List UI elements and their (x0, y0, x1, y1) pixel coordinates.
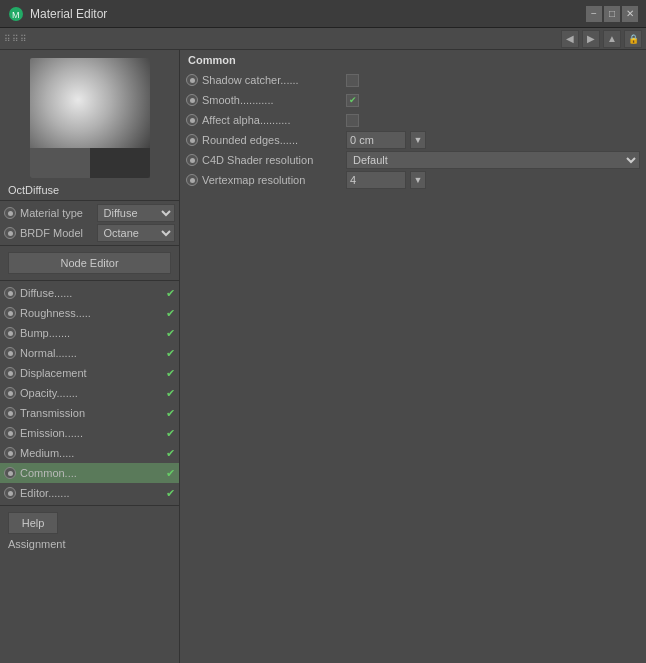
channel-label-6: Transmission (20, 407, 162, 419)
channel-label-9: Common.... (20, 467, 162, 479)
channel-row-diffuse[interactable]: Diffuse......✔ (0, 283, 179, 303)
common-row-affect_alpha: Affect alpha.......... (180, 110, 646, 130)
common-row-shadow_catcher: Shadow catcher...... (180, 70, 646, 90)
channel-label-5: Opacity....... (20, 387, 162, 399)
titlebar: M Material Editor − □ ✕ (0, 0, 646, 28)
common-label-smooth: Smooth........... (202, 94, 342, 106)
channel-radio-1[interactable] (4, 307, 16, 319)
channel-check-1: ✔ (166, 307, 175, 320)
common-input-rounded_edges[interactable] (346, 131, 406, 149)
channel-row-normal[interactable]: Normal.......✔ (0, 343, 179, 363)
brdf-model-radio[interactable] (4, 227, 16, 239)
common-radio-c4d_shader_res[interactable] (186, 154, 198, 166)
node-editor-button[interactable]: Node Editor (8, 252, 171, 274)
spinner-rounded_edges[interactable]: ▼ (410, 131, 426, 149)
common-input-vertexmap_res[interactable] (346, 171, 406, 189)
divider-1 (0, 200, 179, 201)
channel-label-7: Emission...... (20, 427, 162, 439)
channel-check-3: ✔ (166, 347, 175, 360)
left-panel: OctDiffuse Material type Diffuse BRDF Mo… (0, 50, 180, 663)
divider-4 (0, 505, 179, 506)
brdf-model-select[interactable]: Octane (97, 224, 176, 242)
channel-check-6: ✔ (166, 407, 175, 420)
channel-row-opacity[interactable]: Opacity.......✔ (0, 383, 179, 403)
divider-3 (0, 280, 179, 281)
channel-row-common[interactable]: Common....✔ (0, 463, 179, 483)
window-controls: − □ ✕ (586, 6, 638, 22)
channel-radio-10[interactable] (4, 487, 16, 499)
common-rows: Shadow catcher......Smooth...........Aff… (180, 70, 646, 190)
common-radio-vertexmap_res[interactable] (186, 174, 198, 186)
toolbar-arrow-right[interactable]: ▶ (582, 30, 600, 48)
channel-radio-6[interactable] (4, 407, 16, 419)
common-row-c4d_shader_res: C4D Shader resolutionDefault72 dpi150 dp… (180, 150, 646, 170)
common-radio-rounded_edges[interactable] (186, 134, 198, 146)
common-label-c4d_shader_res: C4D Shader resolution (202, 154, 342, 166)
common-dropdown-c4d_shader_res[interactable]: Default72 dpi150 dpi300 dpi (346, 151, 640, 169)
material-type-row: Material type Diffuse (0, 203, 179, 223)
common-label-affect_alpha: Affect alpha.......... (202, 114, 342, 126)
channel-label-4: Displacement (20, 367, 162, 379)
channel-row-roughness[interactable]: Roughness.....✔ (0, 303, 179, 323)
channel-label-8: Medium..... (20, 447, 162, 459)
common-row-smooth: Smooth........... (180, 90, 646, 110)
channel-radio-5[interactable] (4, 387, 16, 399)
toolbar-lock[interactable]: 🔒 (624, 30, 642, 48)
channel-radio-9[interactable] (4, 467, 16, 479)
channel-check-5: ✔ (166, 387, 175, 400)
common-row-rounded_edges: Rounded edges......▼ (180, 130, 646, 150)
svg-text:M: M (12, 10, 20, 20)
channel-check-9: ✔ (166, 467, 175, 480)
common-radio-smooth[interactable] (186, 94, 198, 106)
channel-check-4: ✔ (166, 367, 175, 380)
help-button[interactable]: Help (8, 512, 58, 534)
common-section-header: Common (180, 50, 646, 70)
channel-radio-2[interactable] (4, 327, 16, 339)
channel-radio-3[interactable] (4, 347, 16, 359)
material-type-label: Material type (20, 207, 93, 219)
common-label-rounded_edges: Rounded edges...... (202, 134, 342, 146)
main-layout: OctDiffuse Material type Diffuse BRDF Mo… (0, 50, 646, 663)
material-type-radio[interactable] (4, 207, 16, 219)
channel-check-2: ✔ (166, 327, 175, 340)
toolbar-up[interactable]: ▲ (603, 30, 621, 48)
brdf-model-label: BRDF Model (20, 227, 93, 239)
channel-radio-4[interactable] (4, 367, 16, 379)
channel-row-displacement[interactable]: Displacement✔ (0, 363, 179, 383)
divider-2 (0, 245, 179, 246)
toolbar-dots: ⠿⠿⠿ (4, 34, 28, 44)
assignment-label: Assignment (0, 536, 179, 552)
common-checkbox-smooth[interactable] (346, 94, 359, 107)
preview-bg-dark (90, 148, 150, 178)
material-type-select[interactable]: Diffuse (97, 204, 176, 222)
channel-row-medium[interactable]: Medium.....✔ (0, 443, 179, 463)
channel-radio-7[interactable] (4, 427, 16, 439)
close-button[interactable]: ✕ (622, 6, 638, 22)
channel-label-3: Normal....... (20, 347, 162, 359)
channel-label-0: Diffuse...... (20, 287, 162, 299)
channel-radio-8[interactable] (4, 447, 16, 459)
material-preview (30, 58, 150, 178)
channel-row-editor[interactable]: Editor.......✔ (0, 483, 179, 503)
maximize-button[interactable]: □ (604, 6, 620, 22)
common-checkbox-affect_alpha[interactable] (346, 114, 359, 127)
window-title: Material Editor (30, 7, 586, 21)
spinner-vertexmap_res[interactable]: ▼ (410, 171, 426, 189)
channel-radio-0[interactable] (4, 287, 16, 299)
channel-row-emission[interactable]: Emission......✔ (0, 423, 179, 443)
common-checkbox-shadow_catcher[interactable] (346, 74, 359, 87)
common-radio-shadow_catcher[interactable] (186, 74, 198, 86)
toolbar-arrow-left[interactable]: ◀ (561, 30, 579, 48)
channel-row-transmission[interactable]: Transmission✔ (0, 403, 179, 423)
brdf-model-row: BRDF Model Octane (0, 223, 179, 243)
channel-check-7: ✔ (166, 427, 175, 440)
material-name: OctDiffuse (0, 182, 179, 198)
right-panel: Common Shadow catcher......Smooth.......… (180, 50, 646, 663)
minimize-button[interactable]: − (586, 6, 602, 22)
channel-label-10: Editor....... (20, 487, 162, 499)
common-radio-affect_alpha[interactable] (186, 114, 198, 126)
common-label-vertexmap_res: Vertexmap resolution (202, 174, 342, 186)
channel-check-0: ✔ (166, 287, 175, 300)
toolbar-strip: ⠿⠿⠿ ◀ ▶ ▲ 🔒 (0, 28, 646, 50)
channel-row-bump[interactable]: Bump.......✔ (0, 323, 179, 343)
